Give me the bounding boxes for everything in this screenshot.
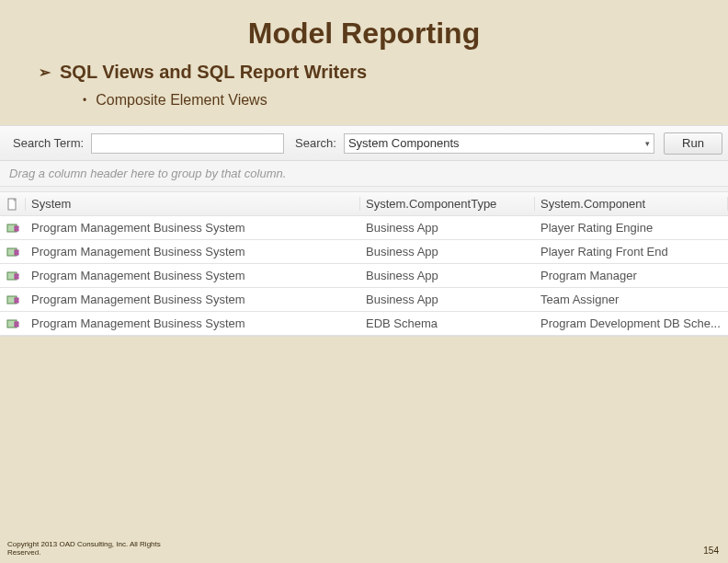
group-by-hint[interactable]: Drag a column header here to group by th…: [0, 161, 728, 187]
row-icon-cell: [0, 246, 26, 259]
slide-title: Model Reporting: [0, 0, 728, 62]
grid-row[interactable]: Program Management Business System Busin…: [0, 288, 728, 312]
search-label: Search:: [295, 136, 336, 150]
search-dropdown-selected: System Components: [348, 136, 460, 150]
component-icon: [6, 317, 19, 330]
cell-system: Program Management Business System: [26, 293, 360, 306]
cell-component: Team Assigner: [535, 293, 728, 306]
chevron-down-icon: ▾: [645, 139, 650, 148]
grid-row[interactable]: Program Management Business System Busin…: [0, 216, 728, 240]
cell-system: Program Management Business System: [26, 221, 360, 235]
component-icon: [6, 270, 19, 282]
bullet-level-1-text: SQL Views and SQL Report Writers: [60, 62, 367, 83]
grid-header-component[interactable]: System.Component: [535, 197, 728, 211]
component-icon: [6, 246, 19, 259]
svg-rect-9: [15, 277, 18, 279]
search-term-input[interactable]: [91, 133, 284, 154]
document-icon: [6, 198, 19, 211]
bullet-level-1: ➢ SQL Views and SQL Report Writers: [39, 62, 728, 83]
grid-header-type[interactable]: System.ComponentType: [360, 197, 535, 211]
cell-system: Program Management Business System: [26, 269, 360, 282]
component-icon: [6, 222, 19, 235]
svg-rect-11: [15, 298, 18, 300]
bullet-level-2-text: Composite Element Views: [96, 92, 267, 109]
page-number: 154: [703, 546, 719, 556]
grid-row[interactable]: Program Management Business System EDB S…: [0, 312, 728, 336]
row-icon-cell: [0, 222, 26, 235]
cell-type: Business App: [360, 221, 535, 235]
svg-rect-12: [15, 301, 18, 303]
search-term-label: Search Term:: [13, 136, 84, 150]
cell-component: Player Rating Front End: [535, 245, 728, 259]
cell-component: Program Manager: [535, 269, 728, 282]
grid-header-system[interactable]: System: [26, 197, 360, 211]
copyright-footer: Copyright 2013 OAD Consulting, Inc. All …: [7, 540, 161, 557]
svg-rect-2: [15, 226, 18, 228]
svg-rect-14: [15, 322, 18, 324]
dot-bullet-icon: •: [83, 94, 86, 107]
cell-system: Program Management Business System: [26, 245, 360, 259]
component-icon: [6, 293, 19, 306]
run-button[interactable]: Run: [664, 132, 722, 155]
results-grid: System System.ComponentType System.Compo…: [0, 192, 728, 336]
row-icon-cell: [0, 317, 26, 330]
svg-rect-6: [15, 253, 18, 255]
run-button-label: Run: [682, 136, 704, 150]
grid-header-row: System System.ComponentType System.Compo…: [0, 192, 728, 216]
copyright-line-1: Copyright 2013 OAD Consulting, Inc. All …: [7, 540, 161, 549]
svg-rect-8: [15, 274, 18, 276]
cell-type: Business App: [360, 245, 535, 259]
search-toolbar: Search Term: Search: System Components ▾…: [0, 126, 728, 161]
cell-type: Business App: [360, 293, 535, 306]
row-icon-cell: [0, 270, 26, 282]
svg-rect-3: [15, 229, 18, 231]
cell-system: Program Management Business System: [26, 316, 360, 330]
grid-header-icon-cell[interactable]: [0, 198, 26, 211]
svg-rect-15: [15, 325, 18, 327]
cell-component: Player Rating Engine: [535, 221, 728, 235]
bullet-level-2: • Composite Element Views: [83, 92, 728, 109]
search-type-dropdown[interactable]: System Components ▾: [344, 133, 654, 154]
copyright-line-2: Reserved.: [7, 548, 161, 557]
svg-rect-5: [15, 250, 18, 252]
triangle-bullet-icon: ➢: [39, 63, 51, 81]
cell-type: Business App: [360, 269, 535, 282]
cell-type: EDB Schema: [360, 316, 535, 330]
app-screenshot-panel: Search Term: Search: System Components ▾…: [0, 125, 728, 337]
grid-row[interactable]: Program Management Business System Busin…: [0, 264, 728, 288]
cell-component: Program Development DB Sche...: [535, 316, 728, 330]
row-icon-cell: [0, 293, 26, 306]
grid-row[interactable]: Program Management Business System Busin…: [0, 240, 728, 264]
